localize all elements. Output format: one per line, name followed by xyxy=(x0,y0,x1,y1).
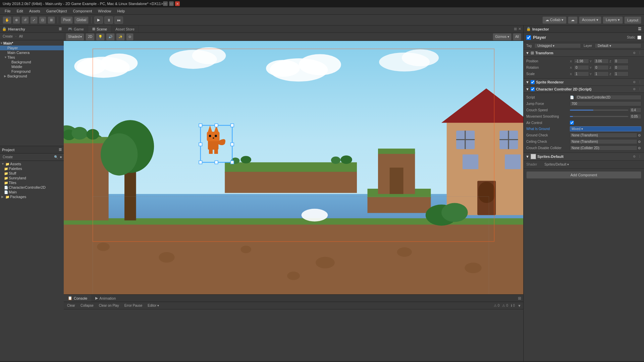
rot-y-input[interactable] xyxy=(594,65,609,70)
sr-overflow-icon[interactable]: ⋮ xyxy=(637,80,642,84)
object-active-checkbox[interactable] xyxy=(526,35,531,40)
mat-settings-icon[interactable]: ⚙ xyxy=(632,154,637,159)
gizmos-btn[interactable]: Gizmos ▾ xyxy=(493,33,512,41)
whatisground-dropdown[interactable]: Mixed ▾ xyxy=(570,126,641,131)
minimize-button[interactable]: ─ xyxy=(163,1,168,6)
bottom-maximize[interactable]: ⊞ xyxy=(518,296,521,301)
game-viewport[interactable] xyxy=(64,41,523,294)
restore-button[interactable]: □ xyxy=(169,1,174,6)
hierarchy-menu-icon[interactable]: ☰ xyxy=(59,27,62,31)
global-button[interactable]: Global xyxy=(74,16,89,24)
rect-tool[interactable]: ⊡ xyxy=(39,16,46,24)
hierarchy-all-btn[interactable]: All xyxy=(18,34,24,39)
clear-on-play-btn[interactable]: Clear on Play xyxy=(98,303,120,308)
script-field[interactable]: 📄 CharacterController2D xyxy=(570,95,641,100)
mat-overflow-icon[interactable]: ⋮ xyxy=(637,154,642,159)
tab-animation[interactable]: ▶ Animation xyxy=(91,295,120,302)
transform-tool[interactable]: ⊞ xyxy=(48,16,55,24)
movesmooth-input[interactable] xyxy=(630,114,641,119)
tree-item-tiles[interactable]: ▼ Tiles xyxy=(0,55,64,60)
tree-item-middle[interactable]: Middle xyxy=(0,64,64,69)
2d-button[interactable]: 2D xyxy=(86,33,95,41)
menu-file[interactable]: File xyxy=(2,8,13,14)
jumpforce-input[interactable] xyxy=(570,101,641,106)
rot-x-input[interactable] xyxy=(574,65,589,70)
scene-maximize-icon[interactable]: ⊞ xyxy=(514,27,517,31)
scene-close-icon[interactable]: ✕ xyxy=(518,27,521,31)
tree-item-player[interactable]: Player xyxy=(0,46,64,50)
pos-z-input[interactable] xyxy=(613,59,629,64)
tab-game[interactable]: 🎮 Game xyxy=(64,25,88,33)
inspector-menu-icon[interactable]: ☰ xyxy=(638,27,641,31)
transform-settings-icon[interactable]: ⚙ xyxy=(632,51,637,55)
collapse-btn[interactable]: Collapse xyxy=(79,303,95,308)
lighting-button[interactable]: 💡 xyxy=(96,33,105,41)
cloud-button[interactable]: ☁ xyxy=(568,16,578,24)
ceilingcheck-field[interactable]: None (Transform) xyxy=(570,139,637,144)
audio-button[interactable]: 🔊 xyxy=(106,33,115,41)
scale-tool[interactable]: ⤢ xyxy=(30,16,38,24)
layout-button[interactable]: Layout xyxy=(624,16,641,24)
menu-assets[interactable]: Assets xyxy=(26,8,43,14)
rotate-tool[interactable]: ↺ xyxy=(21,16,29,24)
error-pause-btn[interactable]: Error Pause xyxy=(123,303,144,308)
clear-btn[interactable]: Clear xyxy=(66,303,76,308)
inspector-lock-icon[interactable]: 🔒 xyxy=(526,27,531,31)
layer-dropdown[interactable]: Default ▾ xyxy=(595,43,641,48)
menu-edit[interactable]: Edit xyxy=(14,8,26,14)
all-btn[interactable]: All xyxy=(513,33,521,41)
project-packages[interactable]: ▶ 📁 Packages xyxy=(0,194,64,199)
move-tool[interactable]: ⊕ xyxy=(13,16,20,24)
project-palettes[interactable]: 📁 Palettes xyxy=(0,166,64,171)
scale-x-input[interactable] xyxy=(574,71,589,76)
hierarchy-lock-icon[interactable]: 🔒 xyxy=(2,27,7,31)
layers-button[interactable]: Layers ▾ xyxy=(603,16,623,24)
project-search-btn[interactable]: 🔍 xyxy=(54,155,58,159)
tree-item-bg[interactable]: Background xyxy=(0,60,64,64)
charcontroller-header[interactable]: ▼ Character Controller 2D (Script) ⚙ ⋮ xyxy=(524,86,644,93)
menu-component[interactable]: Component xyxy=(70,8,95,14)
account-button[interactable]: Account ▾ xyxy=(579,16,601,24)
pivot-button[interactable]: Pivot xyxy=(61,16,73,24)
static-checkbox[interactable] xyxy=(637,36,641,40)
material-header[interactable]: ▼ Sprites-Default ⚙ ⋮ xyxy=(524,153,644,161)
console-settings[interactable]: ▼ xyxy=(518,304,521,308)
sr-settings-icon[interactable]: ⚙ xyxy=(632,80,637,84)
project-charactercontroller[interactable]: 📄 CharacterController2D xyxy=(0,185,64,190)
aircontrol-checkbox[interactable] xyxy=(570,121,574,125)
crouchdisable-field[interactable]: None (Collider 2D) xyxy=(570,145,637,150)
scene-viewtools[interactable]: ⊙ xyxy=(126,33,133,41)
editor-dropdown[interactable]: Editor ▾ xyxy=(146,303,160,308)
shaded-dropdown[interactable]: Shaded ▾ xyxy=(66,33,84,41)
menu-help[interactable]: Help xyxy=(114,8,127,14)
tree-item-maincamera[interactable]: Main Camera xyxy=(0,50,64,55)
hand-tool[interactable]: ✋ xyxy=(3,16,11,24)
groundcheck-target-icon[interactable]: ⊙ xyxy=(637,133,641,137)
tab-scene[interactable]: ⊞ Scene xyxy=(88,25,111,33)
close-button[interactable]: ✕ xyxy=(175,1,180,6)
project-stuff[interactable]: 📁 Stuff xyxy=(0,171,64,176)
sprite-renderer-header[interactable]: ▼ Sprite Renderer ⚙ ⋮ xyxy=(524,79,644,86)
menu-gameobject[interactable]: GameObject xyxy=(44,8,70,14)
cc-enabled-checkbox[interactable] xyxy=(531,87,535,91)
transform-overflow-icon[interactable]: ⋮ xyxy=(637,51,642,55)
effects-button[interactable]: ✨ xyxy=(116,33,125,41)
scale-z-input[interactable] xyxy=(613,71,629,76)
crouchdisable-target-icon[interactable]: ⊙ xyxy=(637,146,641,150)
tab-assetstore[interactable]: Asset Store xyxy=(111,25,139,33)
cc-settings-icon[interactable]: ⚙ xyxy=(632,87,637,92)
step-button[interactable]: ⏭ xyxy=(114,16,123,24)
pos-y-input[interactable] xyxy=(594,59,609,64)
pause-button[interactable]: ⏸ xyxy=(104,16,113,24)
project-assets[interactable]: ▼ 📁 Assets xyxy=(0,162,64,166)
project-menu-icon[interactable]: ☰ xyxy=(59,148,62,152)
shader-value[interactable]: Sprites/Default ▾ xyxy=(544,163,569,166)
tree-item-foreground[interactable]: Foreground xyxy=(0,69,64,74)
project-sunnyland[interactable]: 📁 Sunnyland xyxy=(0,176,64,180)
menu-window[interactable]: Window xyxy=(95,8,114,14)
sr-enabled-checkbox[interactable] xyxy=(531,80,535,84)
rot-z-input[interactable] xyxy=(613,65,629,70)
groundcheck-field[interactable]: None (Transform) xyxy=(570,133,637,138)
project-create-btn[interactable]: Create xyxy=(1,155,14,159)
tree-item-main[interactable]: ▼ Main* xyxy=(0,41,64,46)
